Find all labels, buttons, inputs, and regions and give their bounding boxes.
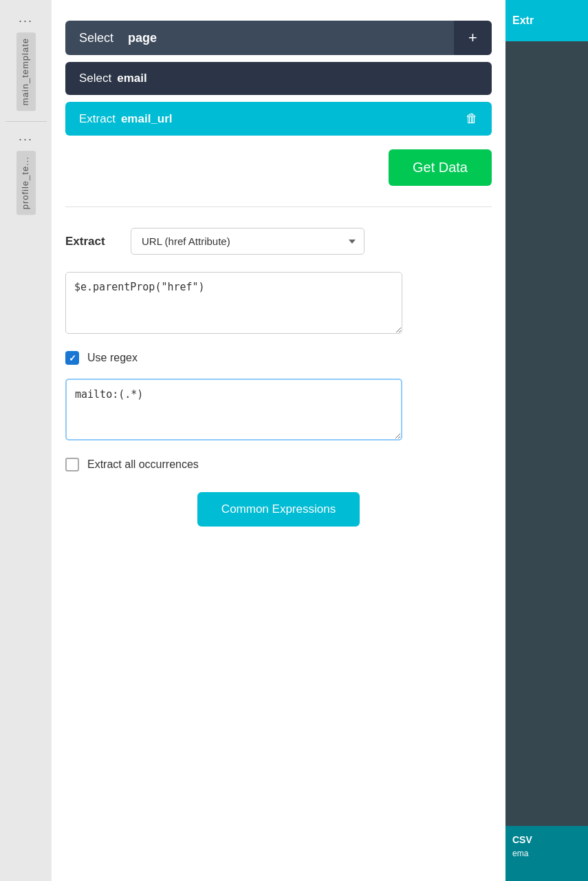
right-panel-top: Extr — [505, 0, 588, 41]
select-email-row[interactable]: Select email — [65, 62, 492, 95]
extract-keyword: Extract — [79, 112, 116, 126]
get-data-button[interactable]: Get Data — [389, 149, 492, 186]
right-panel-ema-label: ema — [512, 849, 581, 858]
sidebar-item-main-template[interactable]: ··· main_template — [0, 7, 52, 118]
common-expressions-button[interactable]: Common Expressions — [197, 492, 360, 527]
dots-icon: ··· — [19, 14, 33, 28]
trash-icon[interactable]: 🗑 — [466, 112, 478, 126]
sidebar-item-profile-template[interactable]: ··· profile_te... — [0, 125, 52, 222]
use-regex-row: ✓ Use regex — [65, 351, 492, 365]
extract-type-dropdown[interactable]: URL (href Attribute) Text HTML Attribute — [131, 228, 364, 255]
sidebar-label-profile-template: profile_te... — [17, 151, 36, 215]
right-panel-csv-label: CSV — [512, 834, 581, 845]
select-page-text[interactable]: Select page — [65, 21, 454, 55]
extract-row-left: Extract email_url — [79, 112, 173, 126]
dots-icon-2: ··· — [19, 132, 33, 147]
checkmark-icon: ✓ — [69, 353, 76, 363]
sidebar-label-main-template: main_template — [17, 32, 36, 111]
right-panel: Extr CSV ema — [505, 0, 588, 881]
expression-textarea[interactable]: $e.parentProp("href") — [65, 272, 402, 334]
extract-email-url-row[interactable]: Extract email_url 🗑 — [65, 102, 492, 136]
extract-config-label: Extract — [65, 235, 120, 248]
right-panel-bottom: CSV ema — [505, 826, 588, 881]
select-page-value: page — [128, 31, 157, 45]
extract-all-occurrences-row: Extract all occurrences — [65, 458, 492, 471]
extract-all-checkbox[interactable] — [65, 458, 79, 471]
select-email-keyword: Select — [79, 72, 111, 85]
main-content: Select page + Select email Extract email… — [52, 0, 505, 881]
use-regex-checkbox[interactable]: ✓ — [65, 351, 79, 365]
right-panel-dark — [505, 41, 588, 826]
regex-textarea[interactable]: mailto:(.*) — [65, 379, 402, 440]
add-page-button[interactable]: + — [454, 21, 492, 55]
extract-all-label: Extract all occurrences — [87, 458, 199, 471]
sidebar-divider — [6, 121, 47, 122]
use-regex-label: Use regex — [87, 352, 138, 364]
right-panel-top-label: Extr — [512, 14, 534, 27]
sidebar: ··· main_template ··· profile_te... — [0, 0, 52, 881]
extract-value: email_url — [121, 112, 173, 126]
select-email-value: email — [117, 72, 146, 85]
select-page-row: Select page + — [65, 21, 492, 55]
extract-config-row: Extract URL (href Attribute) Text HTML A… — [65, 228, 492, 255]
section-divider — [65, 206, 492, 207]
select-page-keyword: Select — [79, 31, 113, 45]
